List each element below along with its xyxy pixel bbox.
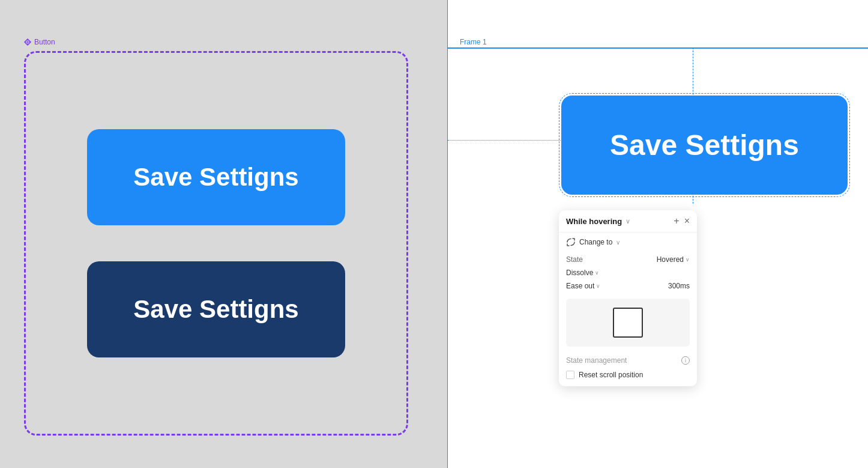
- add-interaction-button[interactable]: +: [674, 216, 679, 226]
- reset-scroll-label: Reset scroll position: [579, 371, 643, 379]
- component-label-text: Button: [34, 38, 55, 46]
- ease-out-time: 300ms: [668, 282, 690, 290]
- component-icon: [24, 38, 31, 46]
- panel-header-left: While hovering ∨: [566, 217, 630, 226]
- primary-button[interactable]: Save Settigns: [87, 129, 345, 225]
- frame-label: Frame 1: [460, 38, 487, 46]
- panel-body: Change to ∨ State Hovered ∨ Dissolve ∨: [559, 232, 697, 386]
- panel-title: While hovering: [566, 217, 622, 226]
- change-to-icon: [566, 237, 576, 247]
- state-management-row: State management i: [566, 353, 690, 368]
- easing-preview: [566, 299, 690, 347]
- state-management-info-icon[interactable]: i: [681, 356, 690, 365]
- interaction-panel: While hovering ∨ + × Change to ∨: [559, 210, 697, 386]
- right-panel: Frame 1 Save Settigns While hovering ∨ +…: [447, 0, 868, 468]
- change-to-label: Change to: [579, 238, 612, 246]
- change-to-row: Change to ∨: [566, 237, 690, 247]
- left-panel: Button Save Settigns Save Settigns: [0, 0, 447, 468]
- close-interaction-button[interactable]: ×: [684, 216, 690, 226]
- ease-out-value-wrapper[interactable]: Ease out ∨: [566, 282, 600, 290]
- ease-out-label: Ease out: [566, 282, 594, 290]
- hovered-button-label: Save Settigns: [133, 295, 298, 324]
- dissolve-row: Dissolve ∨: [566, 266, 690, 279]
- dissolve-chevron: ∨: [595, 270, 599, 276]
- dissolve-label: Dissolve: [566, 269, 593, 277]
- state-row: State Hovered ∨: [566, 253, 690, 266]
- component-label: Button: [24, 38, 55, 46]
- state-management-label: State management: [566, 356, 627, 365]
- reset-scroll-row: Reset scroll position: [566, 368, 690, 381]
- preview-button[interactable]: Save Settigns: [561, 96, 848, 195]
- state-label: State: [566, 255, 583, 264]
- connection-line: [448, 140, 568, 141]
- change-to-chevron[interactable]: ∨: [616, 239, 620, 246]
- panel-header-actions: + ×: [674, 216, 690, 226]
- preview-button-wrapper: Save Settigns: [559, 93, 850, 197]
- preview-button-label: Save Settigns: [610, 129, 799, 162]
- panel-header: While hovering ∨ + ×: [559, 210, 697, 232]
- panel-title-chevron[interactable]: ∨: [625, 217, 630, 225]
- frame-border-top: [448, 47, 868, 49]
- ease-out-row: Ease out ∨ 300ms: [566, 279, 690, 293]
- dashed-container: Save Settigns Save Settigns: [24, 51, 408, 436]
- state-value-wrapper[interactable]: Hovered ∨: [657, 255, 690, 264]
- primary-button-label: Save Settigns: [133, 163, 298, 192]
- preview-button-selection: Save Settigns: [559, 93, 850, 197]
- state-value: Hovered: [657, 255, 684, 264]
- dissolve-value-wrapper[interactable]: Dissolve ∨: [566, 269, 599, 277]
- hovered-button[interactable]: Save Settigns: [87, 261, 345, 357]
- easing-box: [613, 308, 643, 338]
- reset-scroll-checkbox[interactable]: [566, 371, 574, 379]
- state-value-chevron: ∨: [686, 257, 690, 263]
- ease-out-chevron: ∨: [596, 283, 600, 289]
